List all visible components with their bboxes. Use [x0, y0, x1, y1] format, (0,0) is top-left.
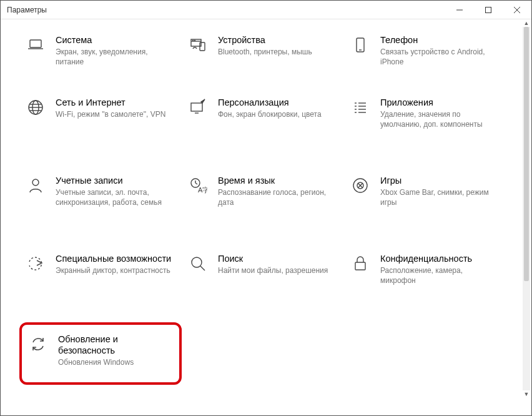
tile-subtitle: Фон, экран блокировки, цвета — [218, 109, 322, 119]
svg-rect-1 — [486, 7, 491, 12]
personalization-icon — [187, 97, 209, 117]
tile-subtitle: Экранный диктор, контрастность — [56, 265, 171, 275]
tile-subtitle: Удаление, значения по умолчанию, доп. ко… — [380, 109, 496, 129]
tile-network[interactable]: Сеть и Интернет Wi-Fi, режим "в самолете… — [19, 88, 182, 166]
tile-system[interactable]: Система Экран, звук, уведомления, питани… — [19, 26, 182, 88]
scroll-up-icon[interactable]: ▲ — [523, 19, 530, 27]
tile-phone[interactable]: Телефон Связать устройство с Android, iP… — [344, 26, 506, 88]
privacy-icon — [349, 253, 372, 273]
tile-apps[interactable]: Приложения Удаление, значения по умолчан… — [344, 88, 506, 166]
tile-ease-of-access[interactable]: Специальные возможности Экранный диктор,… — [19, 244, 182, 322]
tile-subtitle: Учетные записи, эл. почта, синхронизация… — [56, 187, 172, 207]
tile-subtitle: Bluetooth, принтеры, мышь — [218, 47, 312, 57]
scroll-down-icon[interactable]: ▼ — [523, 390, 530, 398]
settings-grid: Система Экран, звук, уведомления, питани… — [19, 26, 506, 385]
maximize-button[interactable] — [474, 1, 503, 19]
tile-subtitle: Найти мои файлы, разрешения — [218, 265, 328, 275]
tile-subtitle: Xbox Game Bar, снимки, режим игры — [380, 187, 496, 207]
tile-update-security[interactable]: Обновление и безопасность Обновления Win… — [19, 322, 182, 385]
tile-subtitle: Экран, звук, уведомления, питание — [56, 47, 172, 67]
tile-title: Время и язык — [218, 175, 334, 186]
accounts-icon — [24, 175, 47, 195]
scroll-track[interactable] — [523, 27, 530, 390]
tile-gaming[interactable]: Игры Xbox Game Bar, снимки, режим игры — [344, 166, 506, 244]
svg-rect-18 — [191, 103, 202, 111]
tile-subtitle: Обновления Windows — [58, 357, 169, 367]
tile-personalization[interactable]: Персонализация Фон, экран блокировки, цв… — [182, 88, 344, 166]
laptop-icon — [24, 34, 47, 54]
tile-time-language[interactable]: A字 Время и язык Распознавание голоса, ре… — [182, 166, 344, 244]
globe-icon — [24, 97, 47, 117]
svg-text:A字: A字 — [198, 186, 207, 194]
window-buttons — [445, 1, 531, 19]
tile-title: Сеть и Интернет — [56, 97, 165, 108]
tile-title: Телефон — [380, 34, 496, 46]
scrollbar[interactable]: ▲ ▼ — [523, 19, 530, 398]
svg-line-31 — [195, 183, 197, 184]
svg-point-9 — [193, 41, 194, 41]
window-title: Параметры — [7, 6, 47, 14]
tile-subtitle: Wi-Fi, режим "в самолете", VPN — [56, 109, 165, 119]
tile-title: Устройства — [218, 34, 312, 46]
svg-line-38 — [200, 266, 205, 270]
tile-search[interactable]: Поиск Найти мои файлы, разрешения — [182, 244, 344, 322]
tile-title: Обновление и безопасность — [58, 334, 169, 356]
tile-privacy[interactable]: Конфиденциальность Расположение, камера,… — [344, 244, 506, 322]
tile-title: Поиск — [218, 253, 328, 264]
gaming-icon — [349, 175, 372, 195]
ease-of-access-icon — [24, 253, 47, 273]
update-icon — [27, 334, 49, 354]
tile-title: Специальные возможности — [56, 253, 171, 264]
tile-subtitle: Расположение, камера, микрофон — [380, 265, 496, 285]
tile-subtitle: Распознавание голоса, регион, дата — [218, 187, 334, 207]
phone-icon — [349, 34, 372, 54]
time-language-icon: A字 — [187, 175, 209, 195]
tile-accounts[interactable]: Учетные записи Учетные записи, эл. почта… — [19, 166, 182, 244]
tile-title: Персонализация — [218, 97, 322, 108]
svg-rect-39 — [355, 262, 365, 270]
apps-icon — [349, 97, 372, 117]
tile-title: Приложения — [380, 97, 496, 108]
devices-icon — [187, 34, 209, 54]
tile-title: Система — [56, 34, 172, 46]
minimize-button[interactable] — [445, 1, 474, 19]
tile-devices[interactable]: Устройства Bluetooth, принтеры, мышь — [182, 26, 344, 88]
tile-title: Игры — [380, 175, 496, 186]
svg-point-28 — [32, 179, 39, 186]
content-area: Система Экран, звук, уведомления, питани… — [1, 19, 531, 415]
svg-point-10 — [195, 41, 195, 41]
svg-point-37 — [192, 257, 202, 267]
search-icon — [187, 253, 209, 273]
tile-title: Конфиденциальность — [380, 253, 496, 264]
scroll-thumb[interactable] — [524, 27, 529, 281]
close-button[interactable] — [503, 1, 531, 19]
tile-subtitle: Связать устройство с Android, iPhone — [380, 47, 496, 67]
tile-title: Учетные записи — [56, 175, 172, 186]
titlebar: Параметры — [1, 1, 531, 19]
svg-rect-4 — [30, 40, 41, 47]
